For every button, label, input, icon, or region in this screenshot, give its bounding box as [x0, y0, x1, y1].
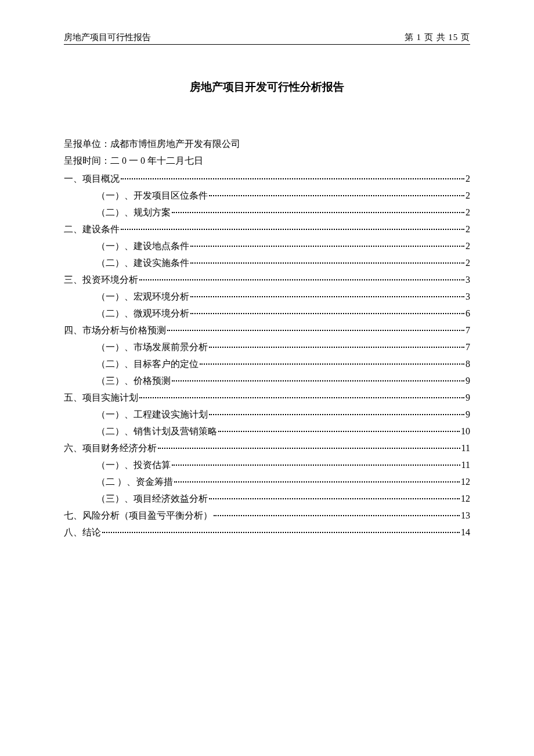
toc-entry-label: （三）、项目经济效益分析 [96, 490, 208, 507]
report-date-line: 呈报时间：二 0 一 0 年十二月七日 [64, 152, 470, 169]
toc-entry-page: 10 [461, 423, 470, 440]
toc-entry-label: 八、结论 [64, 524, 101, 541]
toc-entry-label: （二）、建设实施条件 [96, 254, 189, 271]
toc-entry: （二）、销售计划及营销策略10 [64, 423, 470, 440]
toc-entry-page: 9 [466, 372, 470, 389]
toc-leader-dots [139, 279, 464, 280]
toc-entry-label: （二）、微观环境分析 [96, 305, 189, 322]
page-header: 房地产项目可行性报告 第 1 页 共 15 页 [64, 32, 470, 45]
report-unit-label: 呈报单位： [64, 139, 110, 149]
toc-entry-label: 五、项目实施计划 [64, 389, 138, 406]
toc-entry: （一）、建设地点条件2 [64, 237, 470, 254]
toc-entry-label: （一）、建设地点条件 [96, 237, 189, 254]
toc-entry: （三）、价格预测9 [64, 372, 470, 389]
toc-entry: 四、市场分析与价格预测7 [64, 322, 470, 339]
toc-entry: （二）、规划方案2 [64, 204, 470, 221]
toc-entry: （一）、工程建设实施计划9 [64, 406, 470, 423]
toc-entry-label: 三、投资环境分析 [64, 271, 138, 288]
toc-entry: （二 ）、资金筹措12 [64, 473, 470, 490]
toc-entry-page: 2 [466, 237, 470, 254]
toc-entry-page: 7 [466, 339, 470, 355]
toc-leader-dots [174, 481, 460, 483]
toc-entry-page: 7 [466, 322, 470, 339]
toc-leader-dots [209, 498, 460, 499]
toc-entry: 五、项目实施计划9 [64, 389, 470, 406]
header-doc-title: 房地产项目可行性报告 [64, 32, 151, 43]
toc-entry-page: 2 [466, 170, 470, 187]
toc-leader-dots [209, 414, 464, 415]
toc-leader-dots [190, 296, 464, 297]
toc-entry-page: 3 [466, 271, 470, 288]
document-title: 房地产项目开发可行性分析报告 [64, 80, 470, 95]
toc-entry: 一、项目概况2 [64, 170, 470, 187]
toc-entry: （一）、宏观环境分析3 [64, 288, 470, 305]
toc-entry-label: （一）、宏观环境分析 [96, 288, 189, 305]
toc-entry: 三、投资环境分析3 [64, 271, 470, 288]
toc-entry: 二、建设条件2 [64, 221, 470, 237]
toc-entry-label: （一）、市场发展前景分析 [96, 339, 208, 355]
toc-entry-label: 一、项目概况 [64, 170, 120, 187]
toc-leader-dots [209, 195, 464, 196]
toc-entry-page: 11 [461, 456, 470, 473]
toc-leader-dots [139, 397, 464, 398]
header-page-number: 第 1 页 共 15 页 [405, 32, 470, 43]
toc-entry-label: （二）、规划方案 [96, 204, 171, 221]
toc-leader-dots [167, 330, 464, 331]
toc-entry-label: 二、建设条件 [64, 221, 120, 237]
toc-leader-dots [172, 380, 464, 381]
toc-entry-label: （三）、价格预测 [96, 372, 171, 389]
toc-leader-dots [172, 212, 464, 213]
toc-entry-page: 2 [466, 254, 470, 271]
table-of-contents: 一、项目概况2（一）、开发项目区位条件2（二）、规划方案2二、建设条件2（一）、… [64, 170, 470, 541]
toc-leader-dots [218, 431, 460, 432]
toc-entry-page: 8 [466, 355, 470, 372]
toc-entry-page: 9 [466, 406, 470, 423]
toc-entry-label: 四、市场分析与价格预测 [64, 322, 166, 339]
toc-entry: 六、项目财务经济分析11 [64, 440, 470, 456]
toc-entry-page: 14 [461, 524, 470, 541]
report-unit-line: 呈报单位：成都市博恒房地产开发有限公司 [64, 135, 470, 152]
toc-leader-dots [209, 347, 464, 348]
toc-leader-dots [214, 515, 460, 516]
toc-leader-dots [172, 465, 460, 466]
toc-entry: 七、风险分析（项目盈亏平衡分析）13 [64, 507, 470, 524]
toc-leader-dots [190, 313, 464, 314]
toc-entry: （三）、项目经济效益分析12 [64, 490, 470, 507]
toc-entry: （二）、建设实施条件2 [64, 254, 470, 271]
toc-leader-dots [190, 246, 464, 247]
toc-entry-label: （一）、投资估算 [96, 456, 171, 473]
toc-entry: （一）、开发项目区位条件2 [64, 187, 470, 204]
toc-entry-page: 9 [466, 389, 470, 406]
toc-entry-page: 12 [461, 490, 470, 507]
toc-entry-label: （一）、开发项目区位条件 [96, 187, 208, 204]
toc-entry-page: 3 [466, 288, 470, 305]
toc-entry-page: 2 [466, 204, 470, 221]
report-unit-value: 成都市博恒房地产开发有限公司 [110, 139, 240, 149]
report-date-label: 呈报时间： [64, 156, 110, 165]
toc-entry-page: 11 [461, 440, 470, 456]
toc-entry-page: 12 [461, 473, 470, 490]
toc-entry-page: 6 [466, 305, 470, 322]
toc-entry-label: （二）、目标客户的定位 [96, 355, 199, 372]
report-date-value: 二 0 一 0 年十二月七日 [110, 156, 203, 165]
toc-leader-dots [200, 363, 464, 365]
toc-leader-dots [158, 448, 460, 449]
toc-entry-page: 13 [461, 507, 470, 524]
toc-leader-dots [121, 229, 464, 230]
toc-entry: （一）、投资估算11 [64, 456, 470, 473]
toc-entry-label: （二 ）、资金筹措 [96, 473, 173, 490]
toc-entry: 八、结论14 [64, 524, 470, 541]
toc-entry-label: 七、风险分析（项目盈亏平衡分析） [64, 507, 212, 524]
toc-entry: （一）、市场发展前景分析7 [64, 339, 470, 355]
toc-entry-page: 2 [466, 187, 470, 204]
toc-entry: （二）、微观环境分析6 [64, 305, 470, 322]
toc-entry-label: （一）、工程建设实施计划 [96, 406, 208, 423]
toc-leader-dots [121, 178, 464, 179]
toc-leader-dots [102, 532, 460, 533]
toc-entry-label: （二）、销售计划及营销策略 [96, 423, 217, 440]
toc-entry: （二）、目标客户的定位8 [64, 355, 470, 372]
toc-entry-page: 2 [466, 221, 470, 237]
toc-entry-label: 六、项目财务经济分析 [64, 440, 157, 456]
toc-leader-dots [190, 262, 464, 264]
